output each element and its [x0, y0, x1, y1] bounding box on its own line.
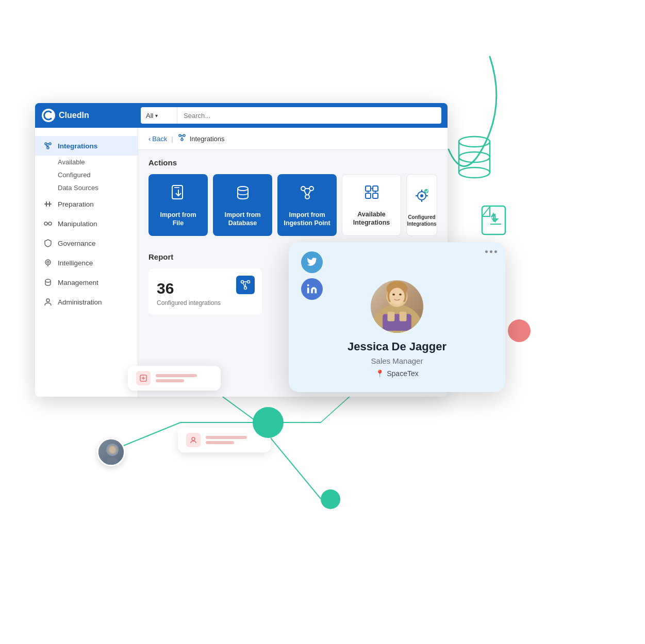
- svg-point-58: [247, 280, 250, 283]
- search-filter-dropdown[interactable]: All ▾: [141, 107, 177, 124]
- logo-area: CluedIn: [41, 108, 137, 123]
- small-card-1-icon: [136, 371, 151, 385]
- person-avatar: [369, 278, 425, 335]
- svg-point-28: [47, 261, 49, 263]
- svg-point-30: [45, 279, 51, 282]
- breadcrumb-current: Integrations: [177, 133, 225, 144]
- svg-rect-49: [366, 193, 371, 198]
- small-card-1: [128, 366, 221, 391]
- svg-point-55: [420, 194, 423, 197]
- svg-point-69: [109, 446, 115, 453]
- svg-point-71: [307, 284, 309, 286]
- search-filter-value: All: [146, 112, 153, 120]
- svg-point-31: [46, 299, 49, 302]
- available-integrations-card[interactable]: Available Integrations: [342, 174, 401, 236]
- small-card-2-lines: [206, 436, 247, 444]
- svg-rect-24: [49, 201, 50, 207]
- configured-integrations-icon: [412, 187, 431, 209]
- import-db-icon: [234, 183, 252, 206]
- sidebar-item-administration[interactable]: Administration: [35, 292, 138, 312]
- svg-line-21: [46, 145, 47, 147]
- import-ingestion-icon: [298, 183, 317, 206]
- location-icon: 📍: [375, 369, 384, 378]
- cluedin-logo-icon: [41, 108, 56, 123]
- small-card-2-line-1: [206, 436, 247, 439]
- svg-point-0: [459, 137, 490, 147]
- manipulation-icon: [43, 219, 53, 228]
- back-button[interactable]: ‹ Back: [148, 135, 167, 143]
- svg-point-18: [47, 147, 49, 149]
- svg-point-41: [301, 187, 305, 191]
- svg-point-2: [459, 167, 490, 178]
- breadcrumb-integrations-icon: [177, 133, 187, 144]
- svg-rect-70: [307, 287, 309, 293]
- sidebar-item-intelligence[interactable]: Intelligence: [35, 253, 138, 273]
- sidebar-sub-data-sources[interactable]: Data Sources: [35, 181, 138, 194]
- svg-point-66: [192, 437, 195, 440]
- twitter-icon[interactable]: [301, 251, 323, 273]
- dot-menu-2: [490, 250, 492, 253]
- person-avatar-small: [97, 438, 125, 466]
- svg-point-79: [392, 294, 395, 296]
- report-integrations-icon: [236, 276, 255, 294]
- import-file-card[interactable]: Import from File: [148, 174, 208, 236]
- person-card-header: [289, 242, 505, 309]
- dot-menu-1: [485, 250, 488, 253]
- sidebar-sub-data-sources-label: Data Sources: [58, 184, 98, 192]
- teal-circle-small: [321, 489, 340, 509]
- small-card-1-line-2: [156, 379, 184, 382]
- person-company: 📍 SpaceTex: [299, 369, 495, 378]
- configured-integrations-card[interactable]: Configured Integrations: [406, 174, 437, 236]
- administration-icon: [43, 297, 53, 307]
- svg-point-25: [44, 222, 47, 225]
- chevron-down-icon: ▾: [155, 113, 158, 118]
- svg-point-34: [181, 139, 183, 141]
- sidebar-integrations-label: Integrations: [58, 142, 97, 150]
- sidebar-sub-available[interactable]: Available: [35, 156, 138, 168]
- sidebar-item-preparation[interactable]: Preparation: [35, 194, 138, 214]
- available-integrations-label: Available Integrations: [349, 210, 394, 227]
- import-ingestion-label: Import from Ingestion Point: [284, 211, 330, 228]
- person-card-dots[interactable]: [485, 250, 497, 253]
- sidebar-item-integrations[interactable]: Integrations: [35, 136, 138, 156]
- integrations-icon: [43, 141, 53, 150]
- import-db-card[interactable]: Import from Database: [213, 174, 272, 236]
- svg-point-40: [238, 187, 248, 191]
- svg-point-17: [49, 143, 51, 145]
- configured-count-label: Configured integrations: [157, 299, 254, 307]
- search-area: All ▾: [141, 107, 441, 124]
- svg-point-1: [459, 152, 490, 162]
- governance-icon: [43, 239, 53, 248]
- svg-rect-5: [482, 206, 505, 234]
- search-input[interactable]: [177, 107, 441, 124]
- management-icon: [43, 278, 53, 287]
- sidebar-item-management[interactable]: Management: [35, 273, 138, 292]
- actions-title: Actions: [148, 158, 437, 167]
- linkedin-icon[interactable]: [301, 278, 323, 300]
- small-card-1-line-1: [156, 374, 197, 377]
- svg-point-78: [389, 288, 405, 305]
- sidebar-sub-configured[interactable]: Configured: [35, 168, 138, 181]
- actions-section: Actions Import from File: [138, 150, 448, 244]
- svg-rect-82: [387, 312, 394, 321]
- import-file-label: Import from File: [155, 211, 202, 228]
- svg-rect-47: [366, 186, 371, 191]
- breadcrumb-divider: |: [171, 135, 173, 143]
- dot-menu-3: [494, 250, 497, 253]
- svg-point-27: [45, 260, 51, 265]
- teal-circle-large: [253, 407, 284, 438]
- import-ingestion-card[interactable]: Import from Ingestion Point: [277, 174, 337, 236]
- svg-line-46: [308, 191, 310, 195]
- person-name: Jessica De Jagger: [299, 340, 495, 353]
- pink-circle: [508, 319, 531, 342]
- logo-text: CluedIn: [59, 111, 89, 120]
- back-label: Back: [152, 135, 167, 143]
- svg-rect-48: [373, 186, 378, 191]
- top-bar: CluedIn All ▾: [35, 103, 448, 128]
- small-card-2-icon: [186, 433, 201, 447]
- sidebar-governance-label: Governance: [58, 240, 96, 247]
- sidebar-item-governance[interactable]: Governance: [35, 233, 138, 253]
- svg-rect-22: [44, 204, 52, 205]
- sidebar-administration-label: Administration: [58, 298, 102, 306]
- sidebar-item-manipulation[interactable]: Manipulation: [35, 214, 138, 233]
